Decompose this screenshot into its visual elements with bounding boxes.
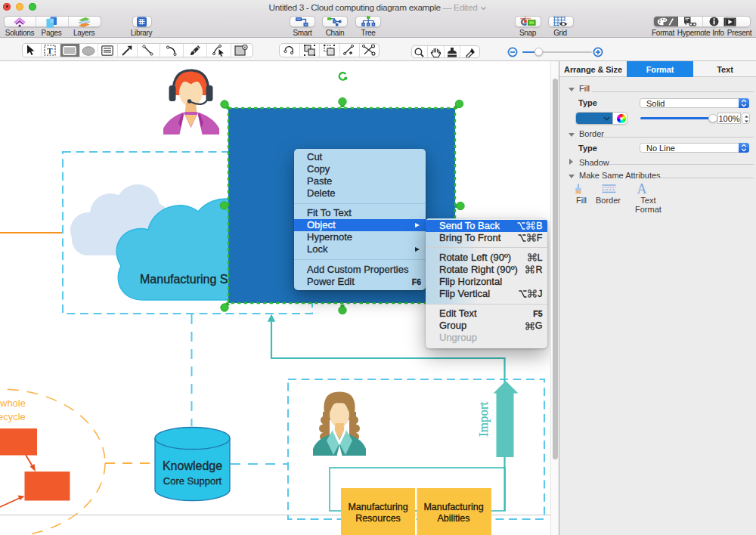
svg-text:Knowledge: Knowledge xyxy=(163,459,222,472)
svg-text:Core Support: Core Support xyxy=(163,475,222,487)
svg-text:T: T xyxy=(47,46,53,55)
svg-text:Resources: Resources xyxy=(355,513,401,524)
svg-text:Manufacturing: Manufacturing xyxy=(423,502,483,512)
svg-text:whole: whole xyxy=(0,397,26,409)
svg-text:Abilities: Abilities xyxy=(437,513,469,524)
svg-text:Manufacturing: Manufacturing xyxy=(348,502,407,512)
svg-text:Import: Import xyxy=(476,401,491,437)
svg-text:ecycle: ecycle xyxy=(0,411,26,422)
